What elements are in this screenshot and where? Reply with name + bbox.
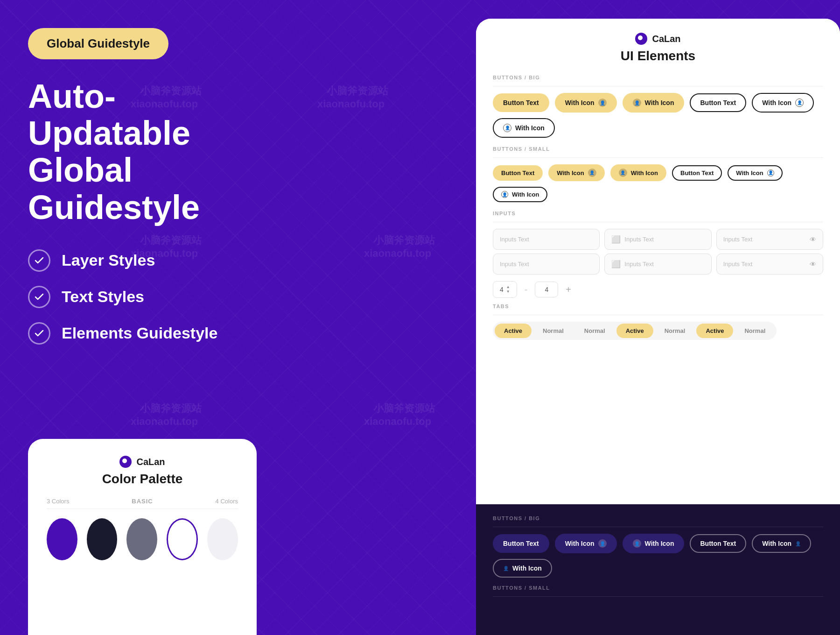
input-placeholder-2: Inputs Text	[624, 236, 704, 243]
palette-circle-light	[207, 518, 238, 560]
stepper-row: 4 ▲ ▼ - 4 +	[493, 281, 823, 298]
dark-btn-big-primary-icon-1[interactable]: With Icon 👤	[555, 534, 617, 553]
btn-big-primary-1[interactable]: Button Text	[493, 93, 549, 112]
feature-label-layer-styles: Layer Styles	[62, 251, 155, 269]
input-placeholder-6: Inputs Text	[723, 261, 810, 268]
global-guidestyle-badge: Global Guidestyle	[28, 28, 168, 59]
dark-btn-big-outline-1[interactable]: Button Text	[690, 534, 746, 553]
inputs-divider	[493, 222, 823, 222]
hero-title: Auto-UpdatableGlobal Guidestyle	[28, 78, 252, 226]
tab-active-3[interactable]: Active	[696, 324, 733, 338]
tabs-label: TABS	[493, 303, 823, 309]
tab-normal-3[interactable]: Normal	[655, 324, 695, 338]
buttons-small-row: Button Text With Icon 👤 👤 With Icon Butt…	[493, 164, 823, 202]
btn-icon-user-2: 👤	[633, 99, 641, 107]
tab-active-1[interactable]: Active	[495, 324, 532, 338]
buttons-big-label: BUTTONS / BIG	[493, 75, 823, 80]
btn-small-icon-user-2: 👤	[619, 169, 627, 177]
btn-small-outline-icon-left-1[interactable]: 👤 With Icon	[493, 187, 547, 202]
colors-label-3: 3 Colors	[47, 498, 69, 505]
btn-small-icon-user-4: 👤	[501, 191, 508, 198]
dark-btn-big-primary-icon-left-1[interactable]: 👤 With Icon	[623, 534, 685, 553]
btn-small-primary-icon-left-1[interactable]: 👤 With Icon	[610, 164, 666, 181]
stepper-dash: -	[525, 284, 528, 295]
inputs-row-2: Inputs Text ⬜ Inputs Text Inputs Text 👁	[493, 254, 823, 275]
palette-circle-white	[167, 518, 198, 560]
btn-small-primary-1[interactable]: Button Text	[493, 165, 543, 181]
check-icon-elements-guidestyle	[28, 322, 50, 345]
color-palette-title: Color Palette	[47, 472, 238, 487]
stepper-arrows: ▲ ▼	[506, 285, 510, 294]
tab-normal-4[interactable]: Normal	[735, 324, 775, 338]
ui-logo: CaLan	[635, 33, 680, 45]
tabs-row: Active Normal Normal Active Normal Activ…	[493, 322, 777, 340]
btn-big-outline-icon-left-1[interactable]: 👤 With Icon	[493, 118, 555, 138]
dark-btn-big-primary-1[interactable]: Button Text	[493, 534, 549, 553]
dark-btn-icon-user-2: 👤	[633, 539, 641, 548]
dark-btn-big-outline-icon-1[interactable]: With Icon 👤	[752, 534, 811, 553]
buttons-small-label: BUTTONS / SMALL	[493, 146, 823, 152]
btn-big-outline-1[interactable]: Button Text	[690, 93, 746, 112]
input-left-icon-2: ⬜	[611, 260, 621, 268]
input-icon-left-1[interactable]: ⬜ Inputs Text	[604, 229, 711, 250]
basic-label: BASIC	[132, 498, 153, 505]
inputs-label: INPUTS	[493, 211, 823, 216]
btn-small-icon-user-1: 👤	[588, 169, 596, 177]
btn-small-outline-1[interactable]: Button Text	[672, 165, 722, 181]
btn-small-outline-icon-1[interactable]: With Icon 👤	[728, 165, 782, 181]
color-palette-logo-text: CaLan	[136, 457, 165, 467]
input-icon-right-1[interactable]: Inputs Text 👁	[716, 229, 823, 250]
dark-buttons-big-label: BUTTONS / BIG	[493, 515, 823, 521]
stepper-value-1: 4	[500, 286, 504, 293]
buttons-small-divider	[493, 157, 823, 158]
btn-icon-user-3: 👤	[795, 99, 804, 107]
inputs-row-1: Inputs Text ⬜ Inputs Text Inputs Text 👁	[493, 229, 823, 250]
ui-elements-card: CaLan UI Elements BUTTONS / BIG Button T…	[476, 19, 840, 635]
input-normal-1[interactable]: Inputs Text	[493, 229, 600, 250]
buttons-big-row: Button Text With Icon 👤 👤 With Icon Butt…	[493, 93, 823, 138]
left-panel: Global Guidestyle Auto-UpdatableGlobal G…	[28, 28, 252, 345]
logo-dot	[119, 456, 132, 468]
stepper-plus: +	[566, 284, 571, 295]
dark-btn-icon-user-3: 👤	[795, 541, 801, 546]
input-normal-2[interactable]: Inputs Text	[493, 254, 600, 275]
stepper-up-arrow: ▲	[506, 285, 510, 289]
stepper-input[interactable]: 4 ▲ ▼	[493, 281, 517, 298]
ui-card-header: CaLan UI Elements	[493, 33, 823, 64]
check-icon-text-styles	[28, 286, 50, 308]
btn-small-primary-icon-1[interactable]: With Icon 👤	[548, 164, 604, 181]
btn-big-primary-icon-left-1[interactable]: 👤 With Icon	[623, 93, 685, 113]
input-placeholder-3: Inputs Text	[723, 236, 810, 243]
stepper-value-display: 4	[535, 282, 558, 297]
palette-circles	[47, 518, 238, 560]
palette-circle-dark	[87, 518, 118, 560]
ui-card-white-section: CaLan UI Elements BUTTONS / BIG Button T…	[476, 19, 840, 504]
input-icon-left-2[interactable]: ⬜ Inputs Text	[604, 254, 711, 275]
ui-logo-dot	[635, 33, 647, 45]
input-placeholder-4: Inputs Text	[500, 261, 529, 268]
tab-active-2[interactable]: Active	[616, 324, 653, 338]
input-icon-right-2[interactable]: Inputs Text 👁	[716, 254, 823, 275]
btn-big-primary-icon-1[interactable]: With Icon 👤	[555, 93, 617, 113]
btn-icon-user-4: 👤	[503, 124, 511, 132]
input-placeholder-5: Inputs Text	[624, 261, 704, 268]
stepper-down-arrow: ▼	[506, 290, 510, 294]
feature-item-text-styles: Text Styles	[28, 286, 252, 308]
dark-btn-big-outline-icon-left-1[interactable]: 👤 With Icon	[493, 559, 552, 578]
check-icon-layer-styles	[28, 249, 50, 272]
palette-circle-purple	[47, 518, 77, 560]
input-right-icon-2: 👁	[810, 261, 816, 268]
color-palette-card: CaLan Color Palette 3 Colors BASIC 4 Col…	[28, 439, 257, 635]
ui-elements-title: UI Elements	[621, 49, 695, 64]
colors-label-4: 4 Colors	[216, 498, 238, 505]
buttons-big-divider	[493, 86, 823, 86]
color-palette-logo: CaLan	[47, 456, 238, 468]
ui-logo-text: CaLan	[652, 34, 680, 44]
dark-buttons-big-row: Button Text With Icon 👤 👤 With Icon Butt…	[493, 534, 823, 578]
ui-card-dark-section: 小脑斧资源站 xiaonaofu.top BUTTONS / BIG Butto…	[476, 504, 840, 635]
dark-btn-icon-user-4: 👤	[503, 566, 509, 571]
tab-normal-2[interactable]: Normal	[575, 324, 615, 338]
btn-big-outline-icon-1[interactable]: With Icon 👤	[752, 93, 814, 113]
dark-buttons-small-divider	[493, 596, 823, 597]
tab-normal-1[interactable]: Normal	[533, 324, 573, 338]
